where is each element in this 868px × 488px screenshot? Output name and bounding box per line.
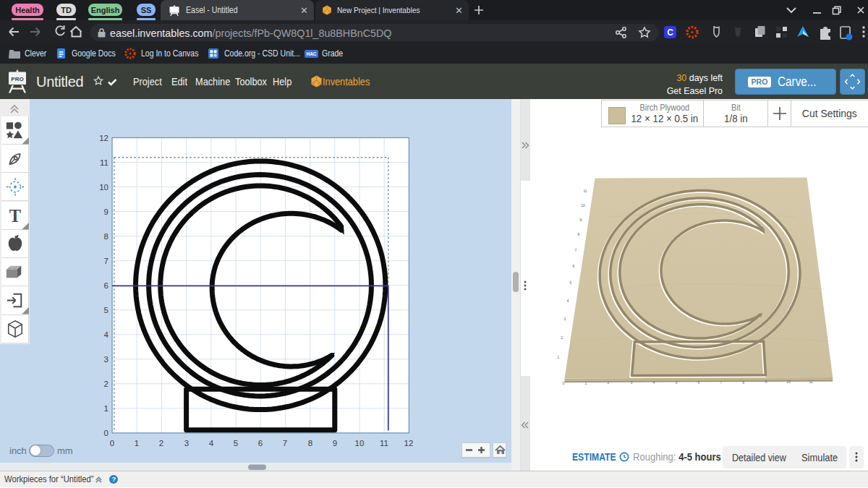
svg-text:8: 8 [743,380,745,385]
svg-text:4: 4 [104,330,109,339]
svg-text:C: C [667,27,673,38]
svg-text:0: 0 [563,381,565,385]
svg-text:11: 11 [809,380,812,384]
svg-text:6: 6 [104,281,109,290]
svg-text:10: 10 [355,439,365,448]
svg-text:1: 1 [135,439,139,448]
svg-text:4: 4 [209,439,214,448]
svg-text:6: 6 [573,264,575,268]
svg-text:7: 7 [104,257,109,265]
svg-text:9: 9 [580,218,582,222]
svg-text:2: 2 [561,335,563,340]
svg-text:10: 10 [786,380,791,384]
svg-text:7: 7 [575,248,577,252]
svg-text:3: 3 [631,380,633,385]
svg-text:0: 0 [104,429,109,437]
svg-text:12: 12 [99,134,109,142]
svg-text:T: T [9,205,21,225]
svg-text:4: 4 [653,380,655,385]
svg-text:9: 9 [333,439,337,448]
svg-text:7: 7 [283,439,287,448]
svg-text:5: 5 [570,281,572,285]
svg-text:8: 8 [308,439,312,448]
svg-text:6: 6 [698,380,700,385]
svg-text:3: 3 [184,439,189,448]
svg-text:10: 10 [99,183,109,192]
svg-text:12: 12 [404,439,414,448]
svg-text:2: 2 [159,439,163,448]
svg-text:1: 1 [104,404,109,413]
svg-text:5: 5 [676,380,678,385]
svg-text:8: 8 [104,232,109,241]
svg-text:3: 3 [104,355,109,364]
svg-text:HAC: HAC [306,51,316,56]
svg-text:11: 11 [100,158,109,167]
svg-text:11: 11 [583,189,587,193]
svg-text:2: 2 [104,380,109,388]
svg-text:PRO: PRO [11,76,23,82]
svg-text:1: 1 [558,355,560,359]
svg-text:9: 9 [104,207,109,216]
svg-text:9: 9 [765,380,767,384]
svg-text:8: 8 [578,232,580,236]
svg-text:10: 10 [581,203,585,207]
svg-text:7: 7 [720,380,723,385]
svg-text:5: 5 [104,306,109,314]
svg-text:5: 5 [234,439,238,448]
svg-text:11: 11 [380,439,388,448]
svg-text:3: 3 [564,317,566,321]
svg-text:0: 0 [110,439,114,448]
svg-text:6: 6 [258,439,263,448]
svg-text:2: 2 [608,380,610,385]
svg-text:1: 1 [585,381,587,385]
svg-text:4: 4 [567,299,569,303]
